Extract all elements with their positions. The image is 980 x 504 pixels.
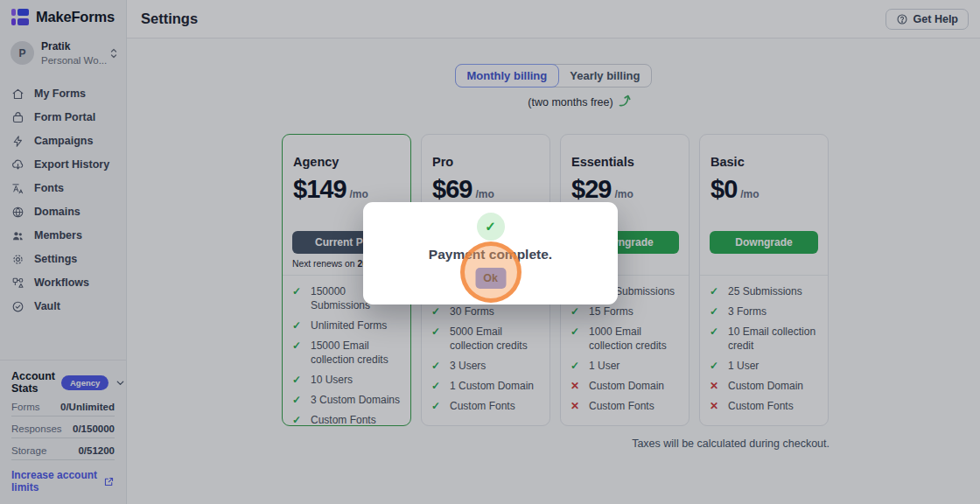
payment-complete-message: Payment complete. [363, 247, 618, 262]
ok-button[interactable]: Ok [475, 268, 506, 289]
payment-complete-dialog: ✓ Payment complete. Ok [363, 202, 618, 304]
success-check-icon: ✓ [477, 213, 505, 241]
